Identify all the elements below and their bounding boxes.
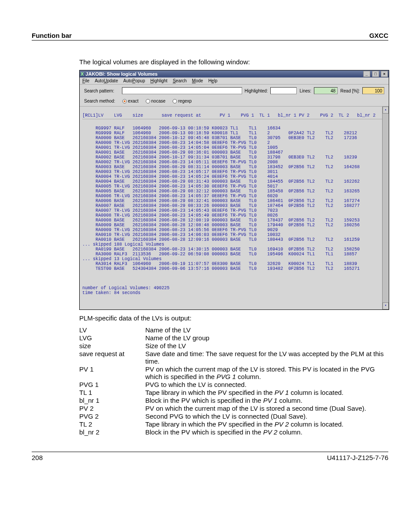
lines-label: Lines:	[299, 88, 311, 93]
definition-term: TL 1	[79, 389, 145, 396]
highlighted-box	[270, 87, 297, 94]
close-button[interactable]: ×	[381, 71, 388, 77]
menu-mode[interactable]: Mode	[192, 78, 203, 83]
menu-help[interactable]: Help	[208, 78, 217, 83]
caption: PLM-specific data of the LVs is output:	[79, 314, 388, 322]
definition-value: Tape library in which the PV specified i…	[145, 389, 388, 396]
definition-term: PV 1	[79, 365, 145, 380]
toolbar: Search pattern: Highlighted: Lines: 48 R…	[80, 85, 389, 107]
menu-autoupdate[interactable]: AutoUpdate	[95, 78, 118, 83]
listing-body: RG9997 RALF 1064960 2006-09-13 00:18:59 …	[82, 126, 386, 276]
menu-highlight[interactable]: Highlight	[150, 78, 167, 83]
read-label: Read [%]:	[340, 88, 360, 93]
definition-row: PV 1PV on which the current map of the L…	[79, 365, 388, 380]
window-icon: X	[81, 71, 84, 77]
definition-row: bl_nr 2Block in the PV which is specifie…	[79, 428, 388, 436]
definition-row: sizeSize of the LV	[79, 342, 388, 350]
definition-value: Name of the LV group	[145, 334, 388, 342]
definition-value: Tape library in which the PV specified i…	[145, 420, 388, 428]
menubar: File AutoUpdate AutoPopup Highlight Sear…	[80, 77, 389, 85]
titlebar: X JAKOBI: Show logical Volumes _ □ ×	[80, 70, 389, 77]
data-listing: [RCL1]LV LVG size save request at PV 1 P…	[80, 107, 389, 309]
definition-term: PVG 2	[79, 412, 145, 420]
window-title: JAKOBI: Show logical Volumes	[85, 71, 158, 77]
definition-row: TL 2Tape library in which the PV specifi…	[79, 420, 388, 428]
read-value: 100	[362, 87, 384, 94]
radio-exact[interactable]: exact	[122, 99, 139, 103]
definition-term: PVG 1	[79, 381, 145, 388]
page-number: 208	[32, 454, 43, 461]
header-right: GXCC	[369, 32, 388, 39]
menu-autopopup[interactable]: AutoPopup	[123, 78, 145, 83]
maximize-button[interactable]: □	[372, 71, 379, 77]
definition-list: LVName of the LVLVGName of the LV groups…	[79, 326, 388, 436]
minimize-button[interactable]: _	[363, 71, 370, 77]
definition-value: Size of the LV	[145, 342, 388, 350]
vertical-scrollbar[interactable]: ▴ ▾	[382, 107, 389, 309]
listing-header: [RCL1]LV LVG size save request at PV 1 P…	[82, 113, 386, 119]
definition-row: LVName of the LV	[79, 326, 388, 334]
definition-value: PVG to which the LV is connected.	[145, 381, 388, 388]
app-window: X JAKOBI: Show logical Volumes _ □ × Fil…	[79, 70, 389, 310]
definition-term: LV	[79, 326, 145, 334]
definition-value: Save date and time: The save request for…	[145, 350, 388, 365]
page-footer: 208 U41117-J-Z125-7-76	[32, 452, 388, 461]
definition-row: bl_nr 1Block in the PV which is specifie…	[79, 397, 388, 404]
definition-row: TL 1Tape library in which the PV specifi…	[79, 389, 388, 396]
definition-term: bl_nr 2	[79, 428, 145, 436]
scroll-up-icon[interactable]: ▴	[383, 107, 389, 114]
intro-text: The logical volumes are displayed in the…	[79, 58, 388, 66]
definition-term: PV 2	[79, 405, 145, 412]
radio-regexp[interactable]: regexp	[173, 99, 192, 103]
definition-term: LVG	[79, 334, 145, 342]
scroll-down-icon[interactable]: ▾	[383, 302, 389, 309]
definition-row: LVGName of the LV group	[79, 334, 388, 342]
definition-row: PVG 2Second PVG to which the LV is conne…	[79, 412, 388, 420]
definition-row: PV 2PV on which the current map of the L…	[79, 405, 388, 412]
search-pattern-label: Search pattern:	[84, 88, 119, 93]
definition-row: PVG 1PVG to which the LV is connected.	[79, 381, 388, 388]
doc-id: U41117-J-Z125-7-76	[327, 454, 388, 461]
menu-file[interactable]: File	[82, 78, 89, 83]
definition-value: Block in the PV which is specified in th…	[145, 428, 388, 436]
page-header: Function bar GXCC	[32, 32, 388, 40]
highlighted-label: Highlighted:	[245, 88, 268, 93]
definition-term: bl_nr 1	[79, 397, 145, 404]
definition-value: Name of the LV	[145, 326, 388, 334]
summary-count: number of Logical Volumes: 490225	[82, 286, 169, 291]
definition-row: save request atSave date and time: The s…	[79, 350, 388, 365]
definition-term: size	[79, 342, 145, 350]
definition-value: Second PVG to which the LV is connected …	[145, 412, 388, 420]
definition-value: Block in the PV which is specified in th…	[145, 397, 388, 404]
definition-term: save request at	[79, 350, 145, 365]
definition-value: PV on which the current map of the LV is…	[145, 405, 388, 412]
menu-search[interactable]: Search	[173, 78, 187, 83]
summary-time: time taken: 84 seconds	[82, 291, 140, 295]
search-pattern-input[interactable]	[122, 87, 242, 94]
radio-nocase[interactable]: nocase	[146, 99, 166, 103]
definition-value: PV on which the current map of the LV is…	[145, 365, 388, 380]
lines-value: 48	[314, 87, 338, 94]
search-method-label: Search method:	[84, 99, 115, 103]
header-left: Function bar	[32, 32, 72, 39]
definition-term: TL 2	[79, 420, 145, 428]
